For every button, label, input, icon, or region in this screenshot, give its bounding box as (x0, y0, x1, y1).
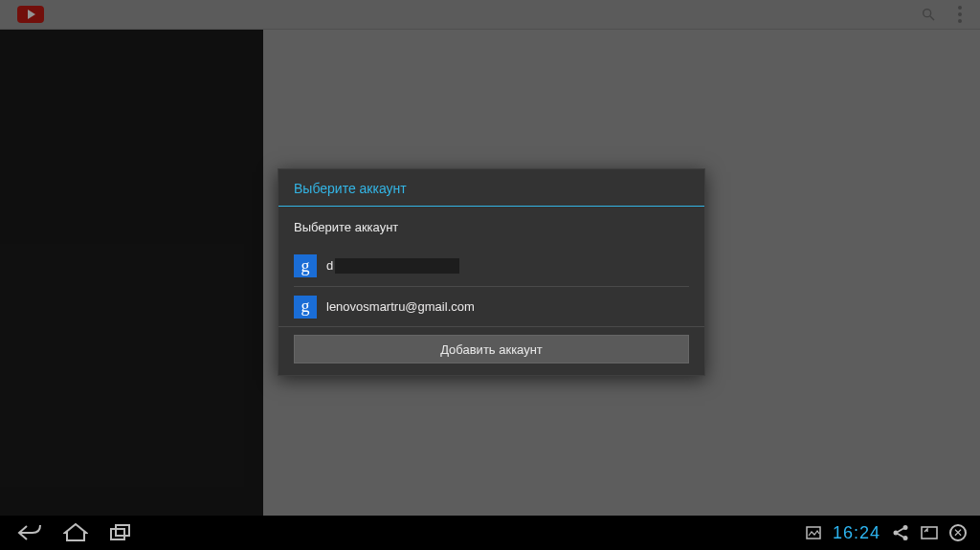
account-item[interactable]: g d (294, 246, 689, 286)
recent-apps-icon (109, 524, 132, 541)
home-icon (63, 523, 88, 542)
account-email-prefix: d (326, 258, 333, 273)
svg-rect-11 (922, 527, 937, 539)
svg-line-10 (898, 534, 903, 538)
share-icon (892, 524, 909, 541)
recent-apps-button[interactable] (109, 524, 132, 541)
google-icon: g (294, 254, 317, 277)
svg-rect-3 (111, 529, 124, 539)
dialog-body: Выберите аккаунт g d g lenovosmartru@gma… (278, 207, 704, 375)
account-email: lenovosmartru@gmail.com (326, 299, 689, 314)
dialog-title: Выберите аккаунт (278, 169, 704, 207)
account-list: g d g lenovosmartru@gmail.com (278, 246, 704, 326)
choose-account-dialog: Выберите аккаунт Выберите аккаунт g d g … (278, 168, 705, 376)
home-button[interactable] (63, 523, 88, 542)
add-account-button[interactable]: Добавить аккаунт (294, 335, 689, 363)
close-icon: ✕ (949, 524, 967, 541)
svg-line-9 (898, 529, 903, 533)
back-icon (17, 524, 42, 541)
fullscreen-icon (921, 526, 938, 539)
dialog-subtitle: Выберите аккаунт (278, 207, 704, 246)
redacted-text (335, 258, 459, 274)
svg-marker-2 (65, 524, 86, 540)
svg-rect-4 (116, 525, 129, 536)
back-button[interactable] (17, 524, 42, 541)
dialog-button-area: Добавить аккаунт (278, 326, 704, 375)
app-area: Выберите аккаунт Выберите аккаунт g d g … (0, 0, 980, 516)
account-email: d (326, 258, 689, 275)
google-icon: g (294, 296, 317, 319)
fullscreen-button[interactable] (921, 526, 938, 539)
nav-left (0, 523, 132, 542)
picture-icon (806, 526, 821, 539)
system-nav-bar: 16:24 ✕ (0, 516, 980, 550)
share-button[interactable] (892, 524, 909, 541)
nav-right: 16:24 ✕ (806, 523, 980, 543)
close-button[interactable]: ✕ (949, 524, 967, 541)
account-item[interactable]: g lenovosmartru@gmail.com (294, 286, 689, 326)
status-clock[interactable]: 16:24 (833, 523, 880, 543)
screenshot-indicator-icon[interactable] (806, 526, 821, 539)
